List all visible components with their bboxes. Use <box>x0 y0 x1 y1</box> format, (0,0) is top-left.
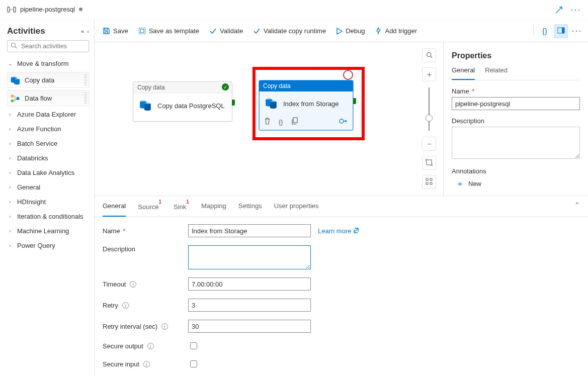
copy-data-icon <box>264 97 278 111</box>
move-transform-group[interactable]: ⌄ Move & transform <box>7 56 89 71</box>
fit-screen-button[interactable] <box>422 156 436 170</box>
search-icon <box>11 42 17 50</box>
minus-icon: － <box>426 139 433 149</box>
braces-icon: {} <box>542 27 547 35</box>
pipeline-tab[interactable]: pipeline-postgresql <box>5 3 85 17</box>
tab-user-properties[interactable]: User properties <box>274 196 319 217</box>
info-icon[interactable]: i <box>122 302 129 309</box>
clone-icon[interactable] <box>291 117 298 126</box>
tab-mapping[interactable]: Mapping <box>201 196 226 217</box>
pipeline-canvas[interactable]: Copy data ✓ Copy data PostgreSQL C <box>95 42 443 196</box>
fit-icon <box>426 159 433 167</box>
delete-icon[interactable] <box>264 117 271 126</box>
secure-input-checkbox[interactable] <box>190 360 197 367</box>
info-icon[interactable]: i <box>161 323 168 330</box>
chevron-right-icon: › <box>7 228 13 234</box>
group-iteration[interactable]: ›Iteration & conditionals <box>7 209 89 224</box>
group-batch-service[interactable]: ›Batch Service <box>7 136 89 151</box>
group-power-query[interactable]: ›Power Query <box>7 238 89 253</box>
zoom-slider[interactable] <box>428 87 431 131</box>
tab-settings[interactable]: Settings <box>238 196 262 217</box>
activity-card-index-from-storage[interactable]: Copy data Index from Storage {} <box>259 80 354 131</box>
group-azure-function[interactable]: ›Azure Function <box>7 122 89 136</box>
secure-output-checkbox[interactable] <box>190 342 197 349</box>
chevron-right-icon: › <box>7 112 13 117</box>
pipeline-toolbar: Save Save as template Validate Validate … <box>95 20 588 42</box>
info-icon[interactable]: i <box>143 361 150 367</box>
activity-data-flow[interactable]: Data flow <box>7 90 89 106</box>
canvas-search-button[interactable] <box>422 48 436 62</box>
tab-sink[interactable]: Sink1 <box>174 196 189 217</box>
check-icon <box>209 28 217 34</box>
prop-ann-label: Annotations <box>452 167 580 175</box>
activities-search-input[interactable] <box>20 42 86 50</box>
timeout-input[interactable] <box>188 277 311 291</box>
chevron-right-icon: › <box>7 243 13 248</box>
group-ml[interactable]: ›Machine Learning <box>7 224 89 238</box>
chevron-right-icon: › <box>7 184 13 190</box>
prop-desc-input[interactable] <box>452 127 580 159</box>
retry-interval-input[interactable] <box>188 320 311 333</box>
validate-copy-button[interactable]: Validate copy runtime <box>249 25 330 37</box>
expand-icon[interactable] <box>339 118 348 126</box>
chevron-right-icon: › <box>7 214 13 219</box>
timeout-label: Timeout i <box>103 280 188 288</box>
group-databricks[interactable]: ›Databricks <box>7 151 89 165</box>
debug-button[interactable]: Debug <box>332 25 369 37</box>
secure-input-label: Secure input i <box>103 360 188 368</box>
maximize-icon[interactable] <box>552 3 566 17</box>
svg-rect-7 <box>17 97 20 100</box>
prop-desc-label: Description <box>452 117 580 125</box>
more-icon[interactable]: ··· <box>569 3 583 17</box>
svg-rect-9 <box>140 29 144 33</box>
properties-tab-related[interactable]: Related <box>485 66 508 80</box>
output-port[interactable] <box>353 98 356 104</box>
description-input[interactable] <box>188 245 311 269</box>
activity-copy-data[interactable]: Copy data <box>7 72 89 88</box>
check-icon <box>253 28 261 34</box>
name-input[interactable] <box>188 224 311 237</box>
zoom-out-button[interactable]: － <box>422 137 436 151</box>
save-button[interactable]: Save <box>99 25 132 37</box>
group-hdinsight[interactable]: ›HDInsight <box>7 195 89 209</box>
svg-point-17 <box>340 119 344 123</box>
tab-source[interactable]: Source1 <box>138 196 161 217</box>
properties-toggle-button[interactable] <box>554 24 568 38</box>
tab-general[interactable]: General <box>103 196 126 217</box>
add-annotation-button[interactable]: ＋ New <box>456 178 580 190</box>
activity-card-copy-postgresql[interactable]: Copy data ✓ Copy data PostgreSQL <box>133 81 232 122</box>
auto-layout-button[interactable] <box>422 175 436 189</box>
retry-input[interactable] <box>188 299 311 312</box>
group-data-lake[interactable]: ›Data Lake Analytics <box>7 165 89 180</box>
chevron-right-icon: › <box>7 199 13 205</box>
add-trigger-button[interactable]: Add trigger <box>371 25 421 37</box>
validate-button[interactable]: Validate <box>205 25 247 37</box>
code-view-button[interactable]: {} <box>538 24 552 38</box>
info-icon[interactable]: i <box>130 281 136 288</box>
group-azure-data-explorer[interactable]: ›Azure Data Explorer <box>7 107 89 122</box>
save-as-template-button[interactable]: Save as template <box>134 25 203 37</box>
group-general[interactable]: ›General <box>7 180 89 195</box>
svg-rect-8 <box>139 28 145 34</box>
svg-rect-0 <box>8 7 10 12</box>
drag-handle[interactable] <box>84 74 87 85</box>
external-link-icon <box>353 227 359 235</box>
prop-name-input[interactable] <box>452 97 580 110</box>
info-icon[interactable]: i <box>147 343 154 349</box>
output-port[interactable] <box>232 100 235 106</box>
collapse-details-icon[interactable]: ⌃ <box>574 201 580 209</box>
activities-search[interactable] <box>7 40 89 52</box>
status-success-icon: ✓ <box>222 83 229 90</box>
braces-icon[interactable]: {} <box>279 118 283 126</box>
card-title: Index from Storage <box>283 100 339 108</box>
drag-handle[interactable] <box>84 92 87 104</box>
learn-more-link[interactable]: Learn more <box>318 227 411 235</box>
toolbar-more-button[interactable]: ··· <box>570 24 584 38</box>
panel-icon <box>557 27 565 35</box>
panel-collapse-icon[interactable]: « ‹ <box>81 28 89 34</box>
properties-tab-general[interactable]: General <box>452 66 475 80</box>
zoom-in-button[interactable]: ＋ <box>422 67 436 81</box>
activities-panel: Activities « ‹ ⌄ Move & transform Copy d… <box>0 20 95 376</box>
secure-output-label: Secure output i <box>103 342 188 350</box>
svg-rect-1 <box>14 7 16 12</box>
